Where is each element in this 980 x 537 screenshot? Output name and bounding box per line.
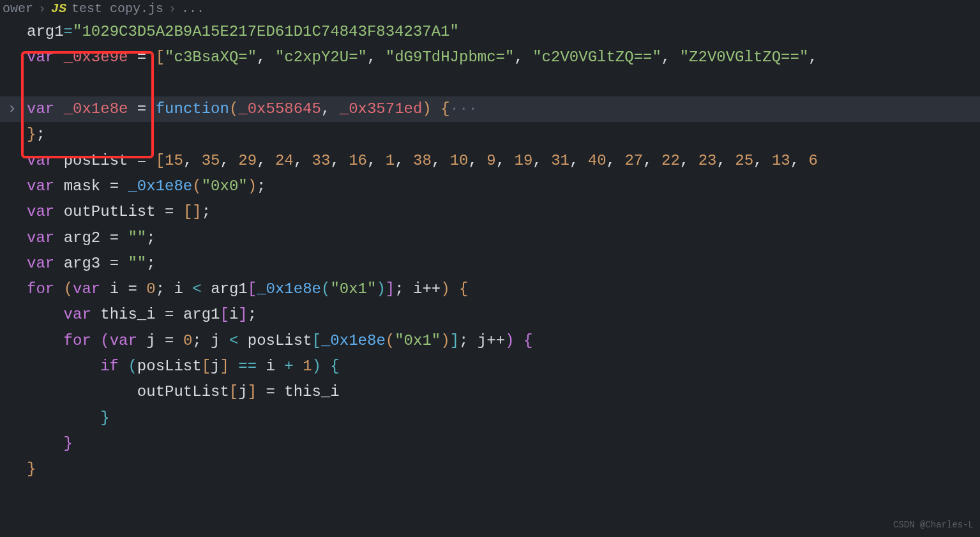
- code-line[interactable]: outPutList[j] = this_i: [0, 379, 980, 405]
- keyword: for: [27, 280, 54, 298]
- operator: ==: [238, 358, 257, 375]
- identifier: arg1: [211, 280, 248, 298]
- string-literal: "1029C3D5A2B9A15E217ED61D1C74843F834237A…: [73, 23, 459, 40]
- keyword: var: [27, 100, 54, 117]
- bracket: [: [156, 152, 165, 169]
- comma: ,: [257, 49, 266, 66]
- function-call: _0x1e8e: [321, 332, 386, 349]
- code-line[interactable]: var outPutList = [];: [0, 199, 980, 225]
- brace: {: [441, 100, 449, 117]
- keyword: var: [27, 152, 54, 169]
- breadcrumb-file[interactable]: test copy.js: [72, 0, 163, 20]
- brace: }: [27, 460, 36, 478]
- keyword: var: [27, 49, 54, 66]
- number: 33: [312, 152, 331, 169]
- string-literal: "": [128, 255, 146, 272]
- string-literal: "0x1": [395, 332, 441, 349]
- operator: =: [64, 23, 73, 40]
- code-line[interactable]: var arg2 = "";: [0, 225, 980, 251]
- code-line[interactable]: for (var i = 0; i < arg1[_0x1e8e("0x1")]…: [0, 276, 980, 302]
- number: 25: [735, 152, 753, 169]
- semicolon: ;: [395, 280, 403, 298]
- semicolon: ;: [156, 280, 165, 298]
- string-literal: "0x1": [330, 280, 376, 298]
- string-literal: "c2xpY2U=": [275, 49, 367, 66]
- identifier: j: [211, 332, 220, 349]
- identifier: mask: [64, 178, 101, 195]
- code-line[interactable]: };: [0, 122, 980, 147]
- number: 6: [809, 152, 818, 169]
- code-line[interactable]: }: [0, 431, 980, 457]
- identifier: arg1: [183, 306, 220, 323]
- identifier: j++: [478, 332, 505, 349]
- code-line[interactable]: var posList = [15, 35, 29, 24, 33, 16, 1…: [0, 148, 980, 174]
- number: 19: [515, 152, 533, 169]
- identifier: j: [238, 383, 247, 400]
- bracket: ): [422, 100, 431, 117]
- keyword: var: [64, 306, 91, 323]
- code-line[interactable]: arg1="1029C3D5A2B9A15E217ED61D1C74843F83…: [0, 19, 980, 45]
- string-literal: "0x0": [202, 178, 248, 195]
- identifier: this_i: [100, 306, 155, 323]
- semicolon: ;: [36, 126, 45, 143]
- identifier: outPutList: [64, 203, 156, 220]
- code-line[interactable]: }: [0, 405, 980, 431]
- identifier: i: [266, 358, 275, 375]
- function-call: _0x1e8e: [257, 280, 321, 298]
- operator: =: [137, 100, 146, 117]
- semicolon: ;: [202, 203, 211, 220]
- number: 0: [183, 332, 192, 349]
- number: 24: [275, 152, 294, 169]
- semicolon: ;: [146, 229, 155, 246]
- code-line-blank[interactable]: [0, 71, 980, 96]
- number: 22: [661, 152, 680, 169]
- identifier: arg2: [64, 229, 101, 246]
- keyword: var: [27, 203, 54, 220]
- identifier: this_i: [284, 383, 339, 400]
- code-line[interactable]: var _0x3e9e = ["c3BsaXQ=", "c2xpY2U=", "…: [0, 45, 980, 70]
- operator: <: [192, 280, 201, 298]
- code-line[interactable]: if (posList[j] == i + 1) {: [0, 354, 980, 379]
- semicolon: ;: [248, 306, 257, 323]
- identifier: i: [174, 280, 183, 298]
- js-file-icon: JS: [51, 0, 66, 20]
- string-literal: "Z2V0VGltZQ==": [680, 49, 809, 66]
- breadcrumb-folder[interactable]: ower: [3, 0, 33, 20]
- number: 40: [588, 152, 607, 169]
- bracket: [: [183, 203, 192, 220]
- code-line[interactable]: var this_i = arg1[i];: [0, 302, 980, 328]
- parameter: _0x558645: [238, 100, 321, 117]
- string-literal: "dG9TdHJpbmc=": [386, 49, 515, 66]
- keyword: function: [156, 100, 229, 117]
- chevron-right-icon: ›: [169, 0, 176, 20]
- bracket: ]: [192, 203, 201, 220]
- number: 10: [450, 152, 469, 169]
- comma: ,: [808, 49, 817, 66]
- function-call: _0x1e8e: [128, 178, 192, 195]
- operator: =: [110, 229, 119, 246]
- code-line[interactable]: var arg3 = "";: [0, 251, 980, 276]
- operator: =: [165, 306, 174, 323]
- fold-toggle-icon[interactable]: ›: [4, 96, 20, 122]
- identifier: outPutList: [137, 383, 229, 400]
- identifier: j: [146, 332, 155, 349]
- semicolon: ;: [146, 255, 155, 272]
- string-literal: "c3BsaXQ=": [165, 49, 257, 66]
- operator: =: [137, 49, 146, 66]
- code-line[interactable]: for (var j = 0; j < posList[_0x1e8e("0x1…: [0, 328, 980, 354]
- number: 29: [238, 152, 257, 169]
- string-literal: "": [128, 229, 146, 246]
- code-line[interactable]: var mask = _0x1e8e("0x0");: [0, 174, 980, 199]
- number: 23: [698, 152, 717, 169]
- breadcrumb-more[interactable]: ...: [181, 0, 204, 20]
- semicolon: ;: [459, 332, 468, 349]
- code-line[interactable]: }: [0, 457, 980, 482]
- identifier: _0x3e9e: [64, 49, 128, 66]
- number: 35: [202, 152, 220, 169]
- code-line[interactable]: ›var _0x1e8e = function(_0x558645, _0x35…: [0, 96, 980, 122]
- parameter: _0x3571ed: [340, 100, 423, 117]
- operator: =: [165, 203, 174, 220]
- folded-indicator[interactable]: ···: [450, 100, 478, 117]
- code-editor[interactable]: arg1="1029C3D5A2B9A15E217ED61D1C74843F83…: [0, 18, 980, 483]
- identifier: posList: [64, 152, 128, 169]
